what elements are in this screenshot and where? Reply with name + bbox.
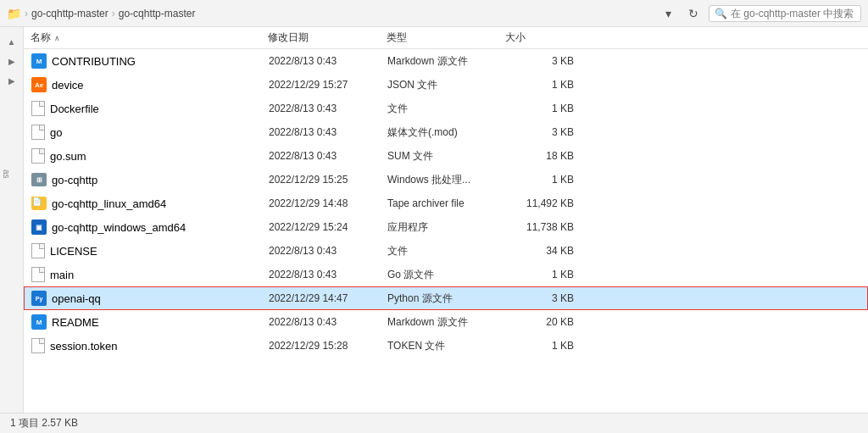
table-row[interactable]: ▣go-cqhttp_windows_amd642022/12/29 15:24… [24, 215, 868, 239]
file-size-cell: 34 KB [506, 245, 574, 257]
table-row[interactable]: main2022/8/13 0:43Go 源文件1 KB [24, 263, 868, 286]
table-row[interactable]: MREADME2022/8/13 0:43Markdown 源文件20 KB [24, 310, 868, 334]
file-name-cell: go [31, 125, 269, 140]
file-name-label: main [50, 269, 74, 281]
breadcrumb-sep-2: › [112, 8, 115, 19]
sidebar-arrow-down[interactable]: ▶ [7, 53, 17, 69]
status-text: 1 项目 2.57 KB [10, 416, 78, 430]
col-date-header: 修改日期 [268, 31, 387, 45]
file-name-label: LICENSE [50, 245, 97, 258]
search-icon: 🔍 [715, 8, 727, 19]
table-row[interactable]: LICENSE2022/8/13 0:43文件34 KB [24, 239, 868, 263]
file-icon: ▣ [31, 219, 47, 235]
file-date-cell: 2022/12/29 14:48 [269, 197, 387, 209]
file-name-label: go-cqhttp [52, 174, 97, 186]
file-date-cell: 2022/8/13 0:43 [269, 316, 387, 328]
top-bar-actions: ▾ ↻ 🔍 [658, 3, 861, 24]
file-size-cell: 1 KB [506, 269, 574, 280]
col-type-header: 类型 [387, 31, 505, 45]
file-type-cell: SUM 文件 [387, 149, 506, 164]
file-name-cell: MREADME [31, 314, 269, 330]
refresh-button[interactable]: ↻ [683, 3, 704, 24]
file-icon: 📄 [31, 197, 47, 210]
file-size-cell: 3 KB [506, 126, 574, 138]
breadcrumb: 📁 › go-cqhttp-master › go-cqhttp-master [7, 7, 653, 20]
main-area: ▲ ▶ ▶ as 名称 ∧ 修改日期 类型 大小 MCONTRIBUTING20… [0, 27, 868, 413]
file-name-label: go-cqhttp_linux_amd64 [52, 197, 166, 210]
file-name-cell: LICENSE [31, 243, 269, 258]
col-size-header: 大小 [505, 31, 573, 45]
sidebar-arrow-right[interactable]: ▶ [7, 73, 17, 89]
file-name-cell: MCONTRIBUTING [31, 53, 269, 69]
file-date-cell: 2022/8/13 0:43 [269, 126, 387, 138]
file-size-cell: 3 KB [506, 292, 574, 304]
left-sidebar: ▲ ▶ ▶ as [0, 27, 24, 413]
sidebar-label: as [2, 169, 11, 179]
file-icon: Ae [31, 77, 47, 92]
file-type-cell: TOKEN 文件 [387, 339, 506, 353]
file-name-label: openai-qq [52, 292, 101, 305]
file-name-label: CONTRIBUTING [52, 55, 136, 68]
table-row[interactable]: Pyopenai-qq2022/12/29 14:47Python 源文件3 K… [24, 286, 868, 310]
file-type-cell: 媒体文件(.mod) [387, 125, 506, 140]
table-row[interactable]: Aedevice2022/12/29 15:27JSON 文件1 KB [24, 73, 868, 97]
file-date-cell: 2022/12/29 15:27 [269, 79, 387, 91]
file-size-cell: 18 KB [506, 150, 574, 162]
search-input[interactable] [731, 8, 858, 19]
file-type-cell: Tape archiver file [387, 197, 506, 209]
table-row[interactable]: go2022/8/13 0:43媒体文件(.mod)3 KB [24, 120, 868, 144]
file-type-cell: Python 源文件 [387, 291, 506, 306]
file-icon [31, 101, 45, 116]
file-date-cell: 2022/12/29 14:47 [269, 292, 387, 304]
file-size-cell: 20 KB [506, 316, 574, 328]
file-size-cell: 11,492 KB [506, 197, 574, 209]
file-name-label: go.sum [50, 150, 86, 163]
file-type-cell: 文件 [387, 244, 506, 258]
table-row[interactable]: session.token2022/12/29 15:28TOKEN 文件1 K… [24, 334, 868, 358]
file-date-cell: 2022/8/13 0:43 [269, 245, 387, 257]
sidebar-arrow-up[interactable]: ▲ [6, 34, 18, 50]
table-row[interactable]: 📄go-cqhttp_linux_amd642022/12/29 14:48Ta… [24, 192, 868, 215]
col-name-header: 名称 ∧ [31, 31, 268, 45]
file-name-label: Dockerfile [50, 103, 99, 115]
table-row[interactable]: go.sum2022/8/13 0:43SUM 文件18 KB [24, 144, 868, 168]
file-type-cell: Markdown 源文件 [387, 315, 506, 330]
file-date-cell: 2022/8/13 0:43 [269, 150, 387, 162]
file-date-cell: 2022/8/13 0:43 [269, 103, 387, 114]
file-icon [31, 125, 45, 140]
file-date-cell: 2022/12/29 15:25 [269, 174, 387, 186]
file-size-cell: 1 KB [506, 103, 574, 114]
file-name-label: session.token [50, 340, 118, 353]
file-name-cell: ▣go-cqhttp_windows_amd64 [31, 219, 269, 235]
table-row[interactable]: MCONTRIBUTING2022/8/13 0:43Markdown 源文件3… [24, 49, 868, 73]
dropdown-button[interactable]: ▾ [658, 3, 678, 24]
file-name-cell: go.sum [31, 148, 269, 164]
file-icon [31, 338, 45, 353]
file-list: MCONTRIBUTING2022/8/13 0:43Markdown 源文件3… [24, 49, 868, 413]
table-row[interactable]: ⊞go-cqhttp2022/12/29 15:25Windows 批处理...… [24, 168, 868, 192]
file-date-cell: 2022/12/29 15:24 [269, 221, 387, 233]
file-icon: M [31, 53, 47, 69]
file-type-cell: Windows 批处理... [387, 173, 506, 187]
file-size-cell: 1 KB [506, 340, 574, 352]
file-name-cell: ⊞go-cqhttp [31, 173, 269, 186]
file-name-label: device [52, 79, 84, 92]
status-bar: 1 项目 2.57 KB [0, 413, 868, 433]
file-name-cell: main [31, 267, 269, 282]
sort-arrow-name: ∧ [54, 34, 60, 42]
file-type-cell: Go 源文件 [387, 268, 506, 282]
breadcrumb-item-2[interactable]: go-cqhttp-master [119, 8, 196, 19]
breadcrumb-item-1[interactable]: go-cqhttp-master [31, 8, 108, 19]
folder-icon: 📁 [7, 7, 21, 20]
file-size-cell: 1 KB [506, 174, 574, 186]
file-date-cell: 2022/8/13 0:43 [269, 55, 387, 67]
file-size-cell: 11,738 KB [506, 221, 574, 233]
table-row[interactable]: Dockerfile2022/8/13 0:43文件1 KB [24, 97, 868, 120]
file-type-cell: JSON 文件 [387, 78, 506, 92]
file-icon [31, 148, 45, 164]
breadcrumb-sep-1: › [25, 8, 28, 19]
file-icon: ⊞ [31, 173, 47, 186]
file-name-label: README [52, 316, 99, 329]
column-header: 名称 ∧ 修改日期 类型 大小 [24, 27, 868, 49]
file-date-cell: 2022/8/13 0:43 [269, 269, 387, 280]
